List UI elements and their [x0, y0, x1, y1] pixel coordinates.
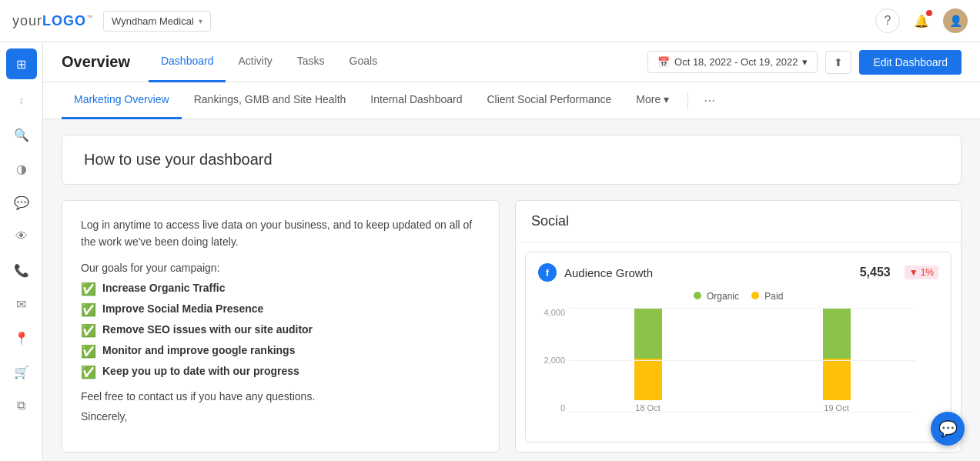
tab-activity[interactable]: Activity: [226, 42, 284, 82]
notifications-button[interactable]: 🔔: [909, 8, 934, 33]
tab-dashboard[interactable]: Dashboard: [149, 42, 226, 82]
sub-tab-more[interactable]: More ▾: [624, 82, 681, 119]
down-arrow-icon: ▼: [909, 267, 918, 278]
logo-tm: ™: [86, 14, 94, 22]
contact-text: Feel free to contact us if you have any …: [81, 390, 480, 403]
sidebar-item-pin[interactable]: 📍: [6, 322, 37, 353]
check-icon: ✅: [81, 302, 96, 317]
tab-goals[interactable]: Goals: [337, 42, 390, 82]
chart-bars: 18 Oct 19 Oct: [569, 308, 915, 413]
page-header: Overview Dashboard Activity Tasks Goals …: [43, 42, 980, 82]
goal-text-5: Keep you up to date with our progress: [102, 365, 299, 377]
check-icon: ✅: [81, 323, 96, 338]
sidebar-item-mail[interactable]: ✉: [6, 289, 37, 319]
header-right: 📅 Oct 18, 2022 - Oct 19, 2022 ▾ ⬆ Edit D…: [647, 50, 962, 75]
help-button[interactable]: ?: [875, 8, 900, 33]
bar-stacked-18oct: [634, 308, 662, 400]
logo: yourLOGO™: [12, 13, 94, 29]
logo-bold: LOGO: [42, 13, 86, 28]
sidebar-item-chart[interactable]: ◑: [6, 153, 37, 184]
goal-text-2: Improve Social Media Presence: [102, 302, 263, 315]
change-percent: 1%: [921, 267, 934, 278]
sub-tab-client-social[interactable]: Client Social Performance: [474, 82, 624, 119]
sub-tab-rankings[interactable]: Rankings, GMB and Site Health: [182, 82, 359, 119]
org-name: Wyndham Medical: [112, 15, 194, 27]
check-icon: ✅: [81, 365, 96, 379]
share-button[interactable]: ⬆: [825, 51, 851, 74]
goal-text-4: Monitor and improve google rankings: [102, 344, 295, 356]
content-area: Overview Dashboard Activity Tasks Goals …: [43, 42, 980, 461]
audience-top: f Audience Growth 5,453 ▼ 1%: [538, 263, 938, 282]
goal-item: ✅ Increase Organic Traffic: [81, 282, 480, 296]
sub-tab-internal-dashboard[interactable]: Internal Dashboard: [358, 82, 474, 119]
goal-text-3: Remove SEO issues with our site auditor: [102, 323, 313, 336]
audience-growth-card: f Audience Growth 5,453 ▼ 1%: [525, 252, 952, 443]
goal-item: ✅ Remove SEO issues with our site audito…: [81, 323, 480, 338]
sidebar-item-layers[interactable]: ⧉: [6, 390, 37, 421]
social-title: Social: [516, 201, 961, 242]
goal-item: ✅ Keep you up to date with our progress: [81, 365, 480, 379]
two-column-layout: Log in anytime to access live data on yo…: [62, 200, 962, 453]
intro-card: Log in anytime to access live data on yo…: [62, 200, 500, 453]
audience-title: Audience Growth: [564, 266, 852, 279]
check-icon: ✅: [81, 282, 96, 296]
sidebar-item-phone[interactable]: 📞: [6, 255, 37, 286]
bar-organic: [823, 308, 851, 359]
tab-divider: [687, 92, 688, 110]
top-bar-right: ? 🔔 👤: [875, 8, 968, 33]
top-bar: yourLOGO™ Wyndham Medical ▾ ? 🔔 👤: [0, 0, 980, 42]
bar-label-19oct: 19 Oct: [824, 403, 848, 413]
edit-dashboard-button[interactable]: Edit Dashboard: [859, 50, 962, 75]
chart-legend: Organic Paid: [538, 291, 938, 302]
audience-count: 5,453: [860, 266, 891, 279]
social-card: Social f Audience Growth 5,453 ▼ 1%: [515, 200, 962, 453]
check-icon: ✅: [81, 344, 96, 359]
more-options-button[interactable]: ···: [694, 82, 724, 119]
social-section: Social f Audience Growth 5,453 ▼ 1%: [515, 200, 962, 453]
goal-item: ✅ Monitor and improve google rankings: [81, 344, 480, 359]
chevron-down-icon: ▾: [664, 93, 669, 105]
sidebar-item-search2[interactable]: 🔍: [6, 119, 37, 150]
paid-dot: [751, 292, 759, 299]
sidebar-item-cart[interactable]: 🛒: [6, 356, 37, 387]
facebook-icon: f: [538, 263, 557, 282]
bar-group-18oct: 18 Oct: [634, 308, 662, 413]
chevron-down-icon: ▾: [199, 17, 202, 25]
organic-dot: [694, 292, 701, 299]
date-range-button[interactable]: 📅 Oct 18, 2022 - Oct 19, 2022 ▾: [647, 51, 818, 73]
sidebar-item-eye[interactable]: 👁: [6, 221, 37, 252]
welcome-title: How to use your dashboard: [84, 151, 273, 168]
bar-organic: [634, 308, 662, 359]
audience-chart: 4,000 2,000 0: [538, 308, 938, 431]
bar-paid: [634, 359, 662, 400]
tab-tasks[interactable]: Tasks: [285, 42, 337, 82]
header-tabs: Dashboard Activity Tasks Goals: [149, 42, 390, 82]
sub-tabs: Marketing Overview Rankings, GMB and Sit…: [43, 82, 980, 119]
calendar-icon: 📅: [657, 56, 670, 68]
bar-stacked-19oct: [823, 308, 851, 400]
organic-legend: Organic: [694, 291, 739, 302]
main-layout: ⊞ ↕ 🔍 ◑ 💬 👁 📞 ✉ 📍 🛒 ⧉ Overview Dashboard…: [0, 42, 980, 461]
bar-label-18oct: 18 Oct: [635, 403, 660, 413]
audience-change-badge: ▼ 1%: [905, 266, 938, 279]
bar-paid: [823, 359, 851, 400]
sub-tab-marketing-overview[interactable]: Marketing Overview: [62, 82, 182, 119]
y-label-2000: 2,000: [538, 356, 565, 365]
y-axis-labels: 4,000 2,000 0: [538, 308, 565, 413]
org-selector[interactable]: Wyndham Medical ▾: [103, 11, 211, 32]
chat-bubble-button[interactable]: 💬: [931, 412, 965, 446]
welcome-card: How to use your dashboard: [62, 135, 962, 185]
avatar[interactable]: 👤: [943, 8, 968, 33]
goals-title: Our goals for your campaign:: [81, 262, 480, 274]
sincerely-text: Sincerely,: [81, 410, 480, 423]
sidebar-item-chat[interactable]: 💬: [6, 187, 37, 218]
goal-item: ✅ Improve Social Media Presence: [81, 302, 480, 317]
intro-text: Log in anytime to access live data on yo…: [81, 216, 480, 251]
y-label-0: 0: [538, 403, 565, 413]
bar-group-19oct: 19 Oct: [823, 308, 851, 413]
paid-legend: Paid: [751, 291, 783, 302]
page-title: Overview: [62, 53, 130, 71]
sidebar-item-search[interactable]: ↕: [6, 85, 37, 116]
sidebar-item-grid[interactable]: ⊞: [6, 48, 37, 79]
notification-dot: [926, 10, 932, 16]
